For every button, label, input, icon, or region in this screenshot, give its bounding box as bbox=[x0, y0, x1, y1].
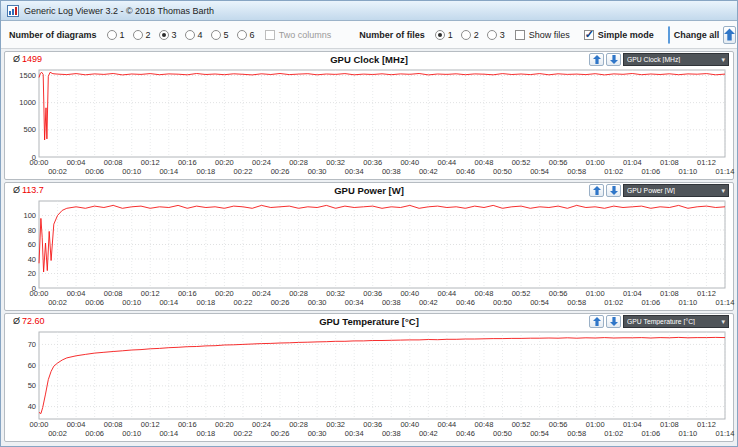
radio-icon bbox=[461, 30, 471, 40]
svg-text:00:38: 00:38 bbox=[382, 429, 401, 438]
svg-text:00:40: 00:40 bbox=[400, 289, 419, 298]
svg-text:00:08: 00:08 bbox=[104, 289, 123, 298]
file-count-radio-group: 1 2 3 bbox=[435, 30, 505, 40]
svg-text:20: 20 bbox=[28, 269, 36, 278]
diagram-count-option-4[interactable]: 4 bbox=[185, 30, 203, 40]
svg-text:00:08: 00:08 bbox=[104, 158, 123, 167]
svg-text:1000: 1000 bbox=[19, 98, 36, 107]
svg-text:00:52: 00:52 bbox=[512, 158, 531, 167]
file-count-option-1[interactable]: 1 bbox=[435, 30, 453, 40]
svg-text:00:22: 00:22 bbox=[234, 298, 253, 307]
svg-text:00:52: 00:52 bbox=[512, 289, 531, 298]
svg-text:40: 40 bbox=[28, 402, 36, 411]
svg-text:00:24: 00:24 bbox=[252, 158, 271, 167]
average-symbol: Ø bbox=[13, 54, 20, 64]
radio-icon bbox=[435, 30, 445, 40]
svg-text:00:04: 00:04 bbox=[67, 158, 86, 167]
svg-text:00:38: 00:38 bbox=[382, 298, 401, 307]
average-readout: Ø1499 bbox=[13, 54, 42, 64]
charts-area: Ø1499 GPU Clock [MHz] GPU Clock [MHz] ▾ … bbox=[1, 51, 737, 442]
svg-text:00:20: 00:20 bbox=[215, 158, 234, 167]
svg-text:70: 70 bbox=[28, 340, 36, 349]
chart-panel-gpu-power: Ø113.7 GPU Power [W] GPU Power [W] ▾ 020… bbox=[4, 182, 734, 311]
toolbar: Number of diagrams 1 2 3 4 5 6 Two colum… bbox=[1, 21, 737, 49]
svg-text:01:08: 01:08 bbox=[660, 158, 679, 167]
chart-down-button[interactable] bbox=[606, 315, 621, 328]
svg-text:00:48: 00:48 bbox=[475, 420, 494, 429]
chart-header: Ø72.60 GPU Temperature [°C] GPU Temperat… bbox=[5, 314, 733, 329]
svg-text:01:02: 01:02 bbox=[604, 429, 623, 438]
svg-text:00:54: 00:54 bbox=[530, 429, 549, 438]
svg-text:01:12: 01:12 bbox=[697, 158, 716, 167]
chart-title: GPU Temperature [°C] bbox=[319, 316, 419, 327]
radio-icon bbox=[211, 30, 221, 40]
average-symbol: Ø bbox=[13, 185, 20, 195]
two-columns-checkbox[interactable]: Two columns bbox=[265, 30, 332, 40]
svg-text:01:12: 01:12 bbox=[697, 289, 716, 298]
svg-text:00:06: 00:06 bbox=[85, 167, 104, 176]
show-files-label: Show files bbox=[529, 30, 570, 40]
svg-text:00:50: 00:50 bbox=[493, 298, 512, 307]
svg-text:00:52: 00:52 bbox=[512, 420, 531, 429]
svg-text:01:10: 01:10 bbox=[679, 298, 698, 307]
svg-text:00:10: 00:10 bbox=[122, 429, 141, 438]
diagram-count-option-3[interactable]: 3 bbox=[159, 30, 177, 40]
file-count-option-3[interactable]: 3 bbox=[487, 30, 505, 40]
diagram-count-option-5[interactable]: 5 bbox=[211, 30, 229, 40]
svg-text:00:56: 00:56 bbox=[549, 158, 568, 167]
svg-text:80: 80 bbox=[28, 226, 36, 235]
diagram-count-option-6[interactable]: 6 bbox=[237, 30, 255, 40]
svg-text:00:32: 00:32 bbox=[326, 158, 345, 167]
svg-text:01:04: 01:04 bbox=[623, 420, 642, 429]
svg-text:00:20: 00:20 bbox=[215, 289, 234, 298]
svg-text:01:08: 01:08 bbox=[660, 420, 679, 429]
show-files-checkbox[interactable]: Show files bbox=[515, 30, 570, 40]
diagram-count-option-2[interactable]: 2 bbox=[133, 30, 151, 40]
svg-text:00:56: 00:56 bbox=[549, 420, 568, 429]
svg-text:01:02: 01:02 bbox=[604, 167, 623, 176]
svg-text:00:24: 00:24 bbox=[252, 420, 271, 429]
average-readout: Ø72.60 bbox=[13, 316, 45, 326]
measurement-dropdown-value: GPU Temperature [°C] bbox=[627, 318, 719, 325]
chart-up-button[interactable] bbox=[589, 184, 604, 197]
chart-down-button[interactable] bbox=[606, 53, 621, 66]
change-all-up-button[interactable] bbox=[723, 26, 736, 44]
chart-down-button[interactable] bbox=[606, 184, 621, 197]
change-all-label: Change all bbox=[674, 30, 720, 40]
svg-text:00:34: 00:34 bbox=[345, 298, 364, 307]
svg-text:00:50: 00:50 bbox=[493, 429, 512, 438]
measurement-dropdown[interactable]: GPU Power [W] ▾ bbox=[623, 184, 729, 197]
up-arrow-icon bbox=[593, 55, 601, 64]
average-value: 72.60 bbox=[22, 316, 45, 326]
svg-text:01:00: 01:00 bbox=[586, 289, 605, 298]
svg-text:00:48: 00:48 bbox=[475, 158, 494, 167]
chart-controls: GPU Power [W] ▾ bbox=[589, 184, 729, 197]
svg-text:00:12: 00:12 bbox=[141, 158, 160, 167]
svg-text:00:42: 00:42 bbox=[419, 167, 438, 176]
svg-text:00:24: 00:24 bbox=[252, 289, 271, 298]
svg-text:00:42: 00:42 bbox=[419, 429, 438, 438]
svg-text:00:00: 00:00 bbox=[30, 158, 49, 167]
measurement-dropdown[interactable]: GPU Clock [MHz] ▾ bbox=[623, 53, 729, 66]
diagram-count-option-1[interactable]: 1 bbox=[107, 30, 125, 40]
svg-text:00:18: 00:18 bbox=[196, 298, 215, 307]
average-value: 1499 bbox=[22, 54, 42, 64]
simple-mode-checkbox[interactable]: Simple mode bbox=[584, 30, 654, 40]
measurement-dropdown[interactable]: GPU Temperature [°C] ▾ bbox=[623, 315, 729, 328]
svg-text:1500: 1500 bbox=[19, 71, 36, 80]
line-style-button[interactable] bbox=[669, 27, 670, 43]
svg-text:00:18: 00:18 bbox=[196, 167, 215, 176]
chevron-down-icon: ▾ bbox=[721, 318, 725, 326]
file-count-option-2[interactable]: 2 bbox=[461, 30, 479, 40]
svg-text:01:08: 01:08 bbox=[660, 289, 679, 298]
radio-icon bbox=[185, 30, 195, 40]
chart-up-button[interactable] bbox=[589, 315, 604, 328]
svg-text:00:28: 00:28 bbox=[289, 158, 308, 167]
svg-text:00:46: 00:46 bbox=[456, 429, 475, 438]
chart-up-button[interactable] bbox=[589, 53, 604, 66]
chart-panel-gpu-clock: Ø1499 GPU Clock [MHz] GPU Clock [MHz] ▾ … bbox=[4, 51, 734, 180]
svg-text:00:04: 00:04 bbox=[67, 289, 86, 298]
svg-text:00:12: 00:12 bbox=[141, 289, 160, 298]
svg-text:00:40: 00:40 bbox=[400, 420, 419, 429]
svg-text:00:34: 00:34 bbox=[345, 429, 364, 438]
